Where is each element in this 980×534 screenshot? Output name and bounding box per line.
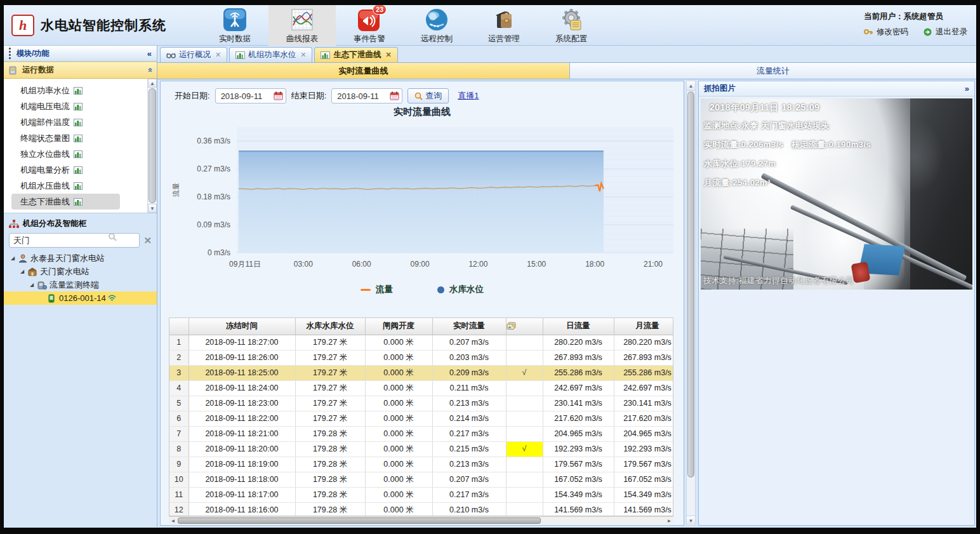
nav-remote-control[interactable]: 远程控制 [403,5,470,46]
node-county-station[interactable]: ◢永泰县天门窗水电站 [4,251,157,265]
table-row[interactable]: 72018-09-11 18:21:00179.28 米0.000 米0.217… [169,426,673,441]
sidebar-item-terminal-voltage-current[interactable]: 机端电压电流 [4,98,157,114]
column-header-no[interactable] [169,318,189,335]
table-row[interactable]: 82018-09-11 18:20:00179.28 米0.000 米0.215… [169,441,673,457]
table-row[interactable]: 122018-09-11 18:16:00179.28 米0.000 米0.21… [169,502,673,516]
scroll-up-icon[interactable]: ▲ [148,79,157,88]
tree-expand-icon[interactable]: ◢ [28,282,36,288]
tab-label: 运行概况 [179,50,211,60]
table-row[interactable]: 112018-09-11 18:17:00179.28 米0.000 米0.21… [169,487,673,502]
sidebar-item-label: 机组功率水位 [20,85,70,97]
terminal-icon [37,281,47,290]
cell-flow: 0.217 m3/s [432,426,506,441]
legend-item-level[interactable]: 水库水位 [437,284,484,295]
tab-unit-power-level[interactable]: 机组功率水位✕ [229,47,312,62]
scroll-down-icon[interactable]: ▼ [148,204,157,213]
subtab-flow-statistics[interactable]: 流量统计 [570,63,976,79]
level-dot-marker [437,286,444,293]
change-password-link[interactable]: 修改密码 [877,27,908,37]
table-row[interactable]: 102018-09-11 18:18:00179.28 米0.000 米0.20… [169,472,673,487]
table-row[interactable]: 42018-09-11 18:24:00179.27 米0.000 米0.211… [169,380,673,396]
close-tab-icon[interactable]: ✕ [215,51,221,59]
sidebar-item-label: 生态下泄曲线 [20,196,70,208]
column-photo-stack-icon[interactable] [506,318,543,335]
cell-check [506,396,543,411]
nav-operation-management[interactable]: 运营管理 [470,5,538,46]
column-header-level[interactable]: 水库水库水位 [295,318,365,335]
nav-event-alarm[interactable]: 23事件告警 [336,5,403,46]
subtab-realtime-flow-curve[interactable]: 实时流量曲线 [157,63,570,79]
sidebar-item-terminal-component-temperature[interactable]: 机端部件温度 [4,114,157,130]
tree-search-input[interactable] [9,233,140,248]
nav-system-config[interactable]: 系统配置 [538,5,605,46]
realtime-data-icon [223,8,247,32]
close-tab-icon[interactable]: ✕ [385,51,391,59]
scroll-up-icon[interactable]: ▲ [687,81,695,91]
end-date-input[interactable]: 2018-09-11 [331,88,402,103]
column-header-gate[interactable]: 闸阀开度 [365,318,432,335]
calendar-icon[interactable] [390,91,399,100]
table-row[interactable]: 22018-09-11 18:26:00179.27 米0.000 米0.203… [169,350,673,365]
scroll-right-icon[interactable]: ► [665,517,673,524]
sidebar-item-terminal-energy-analysis[interactable]: 机端电量分析 [4,162,157,178]
table-row[interactable]: 92018-09-11 18:19:00179.28 米0.000 米0.213… [169,457,673,472]
table-row[interactable]: 32018-09-11 18:25:00179.27 米0.000 米0.209… [169,365,673,380]
nav-realtime-data[interactable]: 实时数据 [201,5,268,46]
sidebar-item-terminal-status-diagram[interactable]: 终端状态量图 [4,130,157,146]
cell-month: 230.141 m3/s [614,396,673,411]
table-row[interactable]: 12018-09-11 18:27:00179.27 米0.000 米0.207… [169,335,673,350]
cell-level: 179.28 米 [295,472,365,487]
scroll-thumb[interactable] [149,88,156,203]
cell-flow: 0.207 m3/s [432,335,506,350]
collapse-sidebar-icon[interactable]: « [147,49,152,58]
scroll-down-icon[interactable]: ▼ [687,516,695,525]
node-device[interactable]: 0126-001-14 [4,291,157,305]
sidebar-item-unit-water-pressure-curve[interactable]: 机组水压曲线 [4,178,157,194]
sidebar-item-unit-power-water-level[interactable]: 机组功率水位 [4,83,157,98]
node-flow-terminal[interactable]: ◢流量监测终端 [4,278,157,291]
logout-link[interactable]: 退出登录 [936,27,967,37]
scroll-left-icon[interactable]: ◄ [169,517,177,524]
start-date-input[interactable]: 2018-09-11 [215,88,286,103]
column-header-day[interactable]: 日流量 [543,318,614,335]
sidebar-item-independent-water-level-curve[interactable]: 独立水位曲线 [4,146,157,162]
table-horizontal-scrollbar[interactable]: ◄ ► [169,516,673,524]
sidebar-item-eco-discharge-curve[interactable]: 生态下泄曲线 [11,194,120,210]
tree-expand-icon[interactable]: ◢ [9,255,17,261]
table-row[interactable]: 62018-09-11 18:22:00179.27 米0.000 米0.214… [169,411,673,426]
legend-item-flow[interactable]: 流量 [361,284,393,295]
column-header-time[interactable]: 冻结时间 [189,318,295,335]
tree-section-title: 机组分布及智能柜 [23,218,86,229]
cell-gate: 0.000 米 [365,380,432,396]
tree-section-header: 机组分布及智能柜 [4,213,157,232]
table-header-row: 冻结时间水库水库水位闸阀开度实时流量日流量月流量 [169,318,673,335]
clear-search-icon[interactable]: ✕ [143,235,152,246]
function-list-scrollbar[interactable]: ▲ ▼ [147,79,157,213]
tree-expand-icon[interactable]: ◢ [18,269,26,274]
query-button[interactable]: 查询 [407,88,449,103]
snapshot-panel: 抓拍图片 » 2018年09月11日 18:25 [698,81,975,526]
logout-icon [924,28,932,36]
column-header-flow[interactable]: 实时流量 [432,318,506,335]
collapse-group-icon[interactable]: » [145,68,154,72]
cell-gate: 0.000 米 [365,426,432,441]
live-stream-link[interactable]: 直播1 [458,90,479,102]
table-row[interactable]: 52018-09-11 18:23:00179.27 米0.000 米0.213… [169,396,673,411]
column-header-month[interactable]: 月流量 [614,318,673,335]
calendar-icon[interactable] [274,91,283,100]
expand-panel-icon[interactable]: » [965,84,969,93]
svg-text:0.18 m3/s: 0.18 m3/s [197,192,230,201]
tab-eco-discharge-curve[interactable]: 生态下泄曲线✕ [314,47,397,62]
close-tab-icon[interactable]: ✕ [300,51,306,59]
nav-curve-report[interactable]: 曲线报表 [268,5,336,46]
scroll-thumb[interactable] [178,517,541,524]
main-vertical-scrollbar[interactable]: ▲ ▼ [686,81,696,526]
group-header-running-data[interactable]: 运行数据 » [4,62,157,79]
tab-overview[interactable]: 运行概况✕ [160,47,227,62]
alarm-count-badge: 23 [373,5,387,15]
search-icon[interactable] [108,232,117,241]
node-station[interactable]: ◢天门窗水电站 [4,265,157,278]
svg-text:15:00: 15:00 [527,260,546,269]
scroll-thumb[interactable] [687,91,694,477]
key-icon [864,29,873,36]
